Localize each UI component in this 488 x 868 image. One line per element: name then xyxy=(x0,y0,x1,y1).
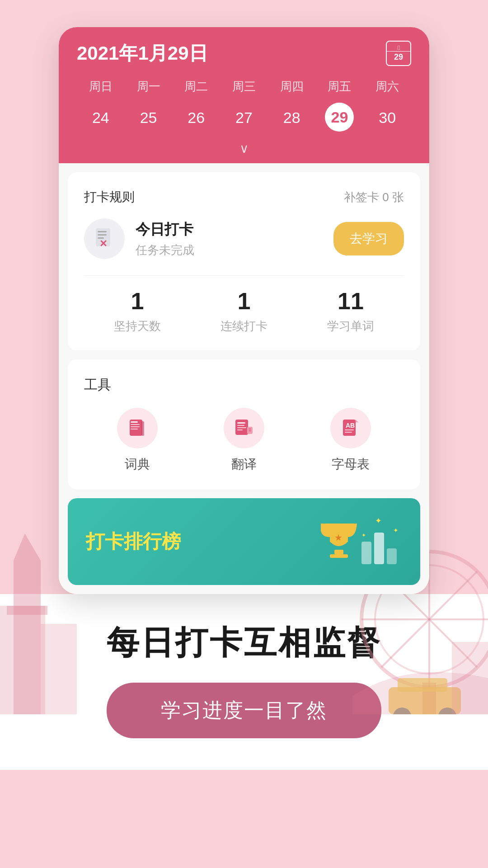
stat-streak-number: 1 xyxy=(221,289,267,313)
svg-marker-1 xyxy=(14,533,41,561)
weekday-row: 周日 周一 周二 周三 周四 周五 周六 xyxy=(77,75,411,98)
ranking-trophy-svg: ✦ ✦ ✦ ★ xyxy=(303,514,402,569)
date-28[interactable]: 28 xyxy=(268,103,316,133)
svg-rect-28 xyxy=(141,421,144,436)
tools-grid: 词典 xyxy=(84,408,404,473)
tool-dictionary[interactable]: 词典 xyxy=(117,408,158,473)
date-25[interactable]: 25 xyxy=(125,103,173,133)
svg-rect-32 xyxy=(237,427,246,428)
svg-rect-18 xyxy=(98,231,107,232)
weekday-tue: 周二 xyxy=(172,75,220,98)
svg-rect-49 xyxy=(361,542,371,564)
svg-rect-46 xyxy=(334,550,343,554)
checkin-item: 今日打卡 任务未完成 去学习 xyxy=(84,218,404,259)
svg-rect-30 xyxy=(237,422,245,424)
checkin-info: 今日打卡 任务未完成 xyxy=(136,220,323,258)
svg-text:✦: ✦ xyxy=(361,532,366,538)
phone-frame: 2021年1月29日 ⌷ 29 周日 周一 周二 周三 周四 周五 周六 24 … xyxy=(59,27,429,594)
svg-rect-25 xyxy=(131,424,140,425)
stat-streak: 1 连续打卡 xyxy=(221,289,267,334)
bottom-section: 每日打卡互相监督 学习进度一目了然 xyxy=(0,594,488,770)
alphabet-label: 字母表 xyxy=(332,456,370,473)
chevron-row[interactable]: ∨ xyxy=(59,137,429,163)
svg-rect-40 xyxy=(345,429,354,430)
bottom-title: 每日打卡互相监督 xyxy=(18,621,470,665)
translate-label: 翻译 xyxy=(231,456,257,473)
ranking-text-highlight: 排行榜 xyxy=(124,531,181,552)
svg-rect-41 xyxy=(345,432,352,433)
stat-persistence-number: 1 xyxy=(114,289,161,313)
calendar-icon-bracket: ⌷ xyxy=(387,45,410,52)
calendar-date-title: 2021年1月29日 xyxy=(77,41,208,66)
svg-rect-35 xyxy=(249,429,251,429)
stat-words: 11 学习单词 xyxy=(327,289,374,334)
weekday-sun: 周日 xyxy=(77,75,125,98)
checkin-title: 今日打卡 xyxy=(136,220,323,240)
checkin-card-header: 打卡规则 补签卡 0 张 xyxy=(84,189,404,206)
date-row: 24 25 26 27 28 29 30 xyxy=(77,103,411,137)
content-area: 打卡规则 补签卡 0 张 今日打卡 任 xyxy=(59,163,429,594)
svg-text:✦: ✦ xyxy=(393,527,399,534)
stat-words-label: 学习单词 xyxy=(327,318,374,334)
tools-card: 工具 词典 xyxy=(68,359,420,489)
svg-rect-51 xyxy=(387,548,397,564)
svg-rect-50 xyxy=(374,533,384,564)
ranking-text: 打卡排行榜 xyxy=(86,529,181,554)
svg-text:B: B xyxy=(350,422,355,429)
date-27[interactable]: 27 xyxy=(220,103,268,133)
svg-rect-47 xyxy=(330,554,348,558)
date-26[interactable]: 26 xyxy=(172,103,220,133)
svg-rect-36 xyxy=(249,430,251,431)
supplement-label: 补签卡 0 张 xyxy=(344,189,404,205)
bottom-cta-button[interactable]: 学习进度一目了然 xyxy=(107,683,381,738)
stat-streak-label: 连续打卡 xyxy=(221,318,267,334)
date-24[interactable]: 24 xyxy=(77,103,125,133)
ranking-text-prefix: 打卡 xyxy=(86,531,124,552)
tool-alphabet[interactable]: A B 字母表 xyxy=(330,408,371,473)
alphabet-icon-bg: A B xyxy=(330,408,371,448)
weekday-mon: 周一 xyxy=(125,75,173,98)
translate-icon-bg xyxy=(224,408,264,448)
chevron-down-icon: ∨ xyxy=(239,141,249,156)
stat-persistence-label: 坚持天数 xyxy=(114,318,161,334)
checkin-avatar xyxy=(84,218,125,259)
checkin-subtitle: 任务未完成 xyxy=(136,242,323,258)
calendar-icon[interactable]: ⌷ 29 xyxy=(386,41,411,66)
date-29-active[interactable]: 29 xyxy=(325,103,354,132)
stat-persistence: 1 坚持天数 xyxy=(114,289,161,334)
svg-rect-31 xyxy=(237,425,244,426)
svg-rect-27 xyxy=(131,429,138,429)
checkin-card: 打卡规则 补签卡 0 张 今日打卡 任 xyxy=(68,172,420,350)
stat-words-number: 11 xyxy=(327,289,374,313)
weekday-wed: 周三 xyxy=(220,75,268,98)
svg-text:A: A xyxy=(346,422,350,429)
ranking-banner[interactable]: 打卡排行榜 ✦ ✦ ✦ ★ xyxy=(68,498,420,585)
calendar-header: 2021年1月29日 ⌷ 29 周日 周一 周二 周三 周四 周五 周六 24 … xyxy=(59,27,429,137)
dictionary-label: 词典 xyxy=(125,456,150,473)
dictionary-icon-bg xyxy=(117,408,158,448)
weekday-thu: 周四 xyxy=(268,75,316,98)
svg-rect-20 xyxy=(98,237,104,239)
svg-rect-33 xyxy=(237,429,243,430)
tool-translate[interactable]: 翻译 xyxy=(224,408,264,473)
stats-row: 1 坚持天数 1 连续打卡 11 学习单词 xyxy=(84,275,404,334)
svg-text:✦: ✦ xyxy=(375,516,382,525)
svg-rect-24 xyxy=(131,421,138,423)
checkin-rules-label: 打卡规则 xyxy=(84,189,135,206)
svg-rect-19 xyxy=(98,234,107,236)
svg-rect-26 xyxy=(131,426,140,427)
go-study-button[interactable]: 去学习 xyxy=(333,222,404,255)
tools-title: 工具 xyxy=(84,376,404,394)
svg-marker-42 xyxy=(356,420,358,422)
weekday-fri: 周五 xyxy=(316,75,364,98)
weekday-sat: 周六 xyxy=(363,75,411,98)
calendar-icon-number: 29 xyxy=(394,52,403,62)
svg-text:★: ★ xyxy=(334,533,343,542)
date-30[interactable]: 30 xyxy=(363,103,411,133)
